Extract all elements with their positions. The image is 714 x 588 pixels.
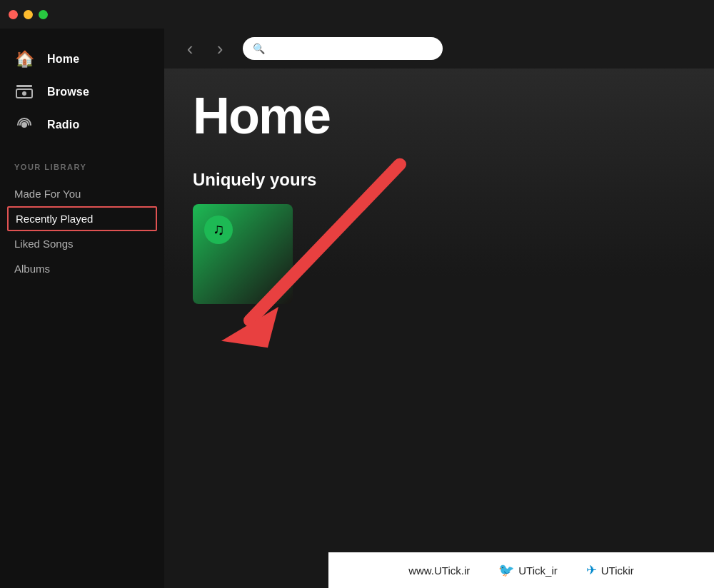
sidebar-item-browse[interactable]: Browse <box>14 76 150 108</box>
svg-point-3 <box>21 122 27 128</box>
top-nav: ‹ › 🔍 <box>164 29 714 69</box>
svg-point-2 <box>22 91 26 96</box>
library-item-made-for-you[interactable]: Made For You <box>14 181 150 206</box>
twitter-icon: 🐦 <box>498 562 514 578</box>
close-button[interactable] <box>9 10 18 19</box>
library-heading: YOUR LIBRARY <box>14 163 150 171</box>
minimize-button[interactable] <box>24 10 33 19</box>
maximize-button[interactable] <box>39 10 48 19</box>
radio-icon <box>14 116 34 134</box>
sidebar-item-home[interactable]: 🏠 Home <box>14 43 150 76</box>
content-area: Home Uniquely yours ♫ <box>164 69 714 588</box>
main-nav: 🏠 Home Browse <box>0 43 164 141</box>
library-section: YOUR LIBRARY Made For You Recently Playe… <box>0 163 164 281</box>
watermark-twitter: 🐦 UTick_ir <box>498 562 557 578</box>
title-bar <box>0 0 714 29</box>
watermark-telegram: ✈ UTickir <box>586 562 634 578</box>
main-content: ‹ › 🔍 Home Uniquely yours ♫ <box>164 29 714 588</box>
telegram-icon: ✈ <box>586 562 597 578</box>
library-item-liked-songs[interactable]: Liked Songs <box>14 231 150 256</box>
home-label: Home <box>47 53 79 66</box>
twitter-label: UTick_ir <box>518 564 557 577</box>
watermark-website: www.UTick.ir <box>408 564 470 577</box>
website-label: www.UTick.ir <box>408 564 470 577</box>
search-input[interactable] <box>271 44 433 54</box>
spotify-icon: ♫ <box>213 220 225 239</box>
browse-label: Browse <box>47 86 89 98</box>
library-item-albums[interactable]: Albums <box>14 256 150 281</box>
radio-label: Radio <box>47 118 79 131</box>
telegram-label: UTickir <box>601 564 634 577</box>
nav-arrows: ‹ › <box>178 37 231 60</box>
library-item-recently-played[interactable]: Recently Played <box>7 206 157 231</box>
svg-rect-0 <box>16 85 32 87</box>
home-icon: 🏠 <box>14 50 34 69</box>
sidebar-item-radio[interactable]: Radio <box>14 108 150 141</box>
sidebar: 🏠 Home Browse <box>0 29 164 588</box>
spotify-logo: ♫ <box>204 216 233 244</box>
app-layout: 🏠 Home Browse <box>0 29 714 588</box>
forward-button[interactable]: › <box>208 37 231 60</box>
page-title: Home <box>193 90 685 141</box>
watermark-bar: www.UTick.ir 🐦 UTick_ir ✈ UTickir <box>328 552 714 588</box>
spotify-card[interactable]: ♫ <box>193 204 293 304</box>
section-heading: Uniquely yours <box>193 170 685 190</box>
back-button[interactable]: ‹ <box>178 37 201 60</box>
search-icon: 🔍 <box>253 43 265 54</box>
window-controls <box>9 10 48 19</box>
search-bar[interactable]: 🔍 <box>243 37 443 60</box>
browse-icon <box>14 83 34 101</box>
